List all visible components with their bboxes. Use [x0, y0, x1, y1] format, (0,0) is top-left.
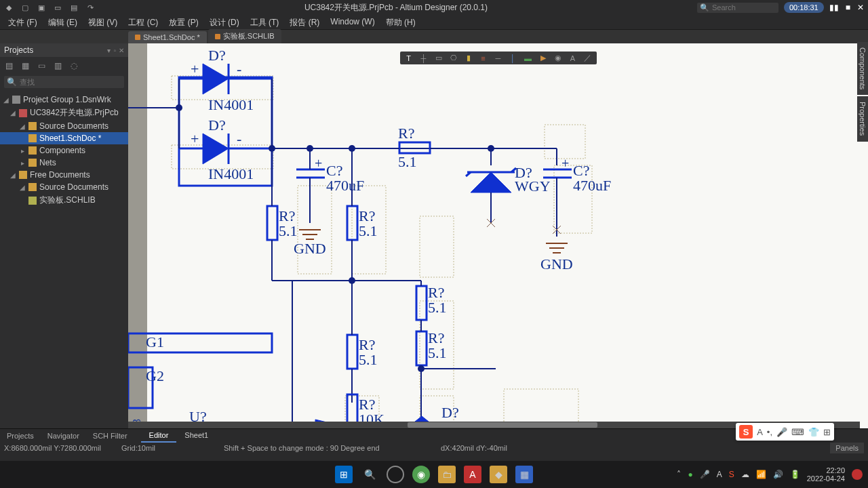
- panels-button[interactable]: Panels: [830, 443, 864, 453]
- menu-edit[interactable]: 编辑 (E): [43, 15, 83, 29]
- svg-text:470uF: 470uF: [326, 177, 364, 194]
- tool-line-icon[interactable]: ─: [492, 53, 505, 63]
- tray-onedrive-icon[interactable]: ☁: [741, 470, 749, 479]
- tray-notify-icon[interactable]: [852, 469, 863, 480]
- tool-icon-4[interactable]: ▥: [53, 61, 62, 70]
- tool-label-icon[interactable]: ▶: [536, 53, 550, 63]
- tb-icon-2[interactable]: ▣: [37, 3, 46, 12]
- menubar: 文件 (F) 编辑 (E) 视图 (V) 工程 (C) 放置 (P) 设计 (D…: [0, 15, 868, 30]
- schematic-canvas[interactable]: +- D? IN4001 +- D? IN4001: [128, 43, 868, 428]
- tray-expand-icon[interactable]: ˄: [677, 470, 681, 479]
- menu-file[interactable]: 文件 (F): [3, 15, 43, 29]
- tab-schlib[interactable]: 实验板.SCHLIB: [208, 29, 281, 43]
- tb-icon-5[interactable]: ↷: [85, 3, 95, 12]
- tab-schfilter[interactable]: SCH Filter: [86, 430, 134, 442]
- tray-mic-icon[interactable]: 🎤: [700, 470, 710, 479]
- tree-lib[interactable]: 实验板.SCHLIB: [0, 193, 128, 207]
- tool-text-icon[interactable]: T: [402, 53, 416, 63]
- tool-icon-3[interactable]: ▭: [37, 61, 46, 70]
- tb-icon-1[interactable]: ▢: [20, 3, 30, 12]
- cortana-icon[interactable]: [387, 466, 404, 483]
- status-mode: Shift + Space to change mode : 90 Degree…: [224, 444, 380, 452]
- ime-menu-icon[interactable]: ⊞: [823, 427, 831, 437]
- tool-power-icon[interactable]: ≡: [477, 53, 490, 63]
- tool-icon-2[interactable]: ▦: [20, 61, 30, 70]
- ime-lang[interactable]: A: [757, 427, 763, 437]
- tab-editor[interactable]: Editor: [141, 429, 177, 443]
- app-icon-2[interactable]: ▦: [515, 466, 533, 483]
- explorer-icon[interactable]: 🗀: [438, 466, 456, 483]
- tree-project[interactable]: ◢UC3842开关电源.PrjPcb: [0, 106, 128, 120]
- wechat-icon[interactable]: ◉: [412, 466, 430, 483]
- search-icon: 🔍: [7, 77, 17, 87]
- panel-close-icon[interactable]: ✕: [119, 47, 124, 54]
- tray-battery-icon[interactable]: 🔋: [790, 470, 800, 479]
- altium-icon[interactable]: ◆: [490, 466, 507, 483]
- tree-freedocs[interactable]: ◢Free Documents: [0, 169, 128, 181]
- svg-text:WGY: WGY: [515, 178, 551, 195]
- menu-report[interactable]: 报告 (R): [284, 15, 325, 29]
- tree-srcdocs2[interactable]: ◢Source Documents: [0, 181, 128, 193]
- tool-net-icon[interactable]: ┼: [417, 53, 431, 63]
- tool-icon-1[interactable]: ▤: [4, 61, 14, 70]
- tool-icon-5[interactable]: ◌: [69, 61, 79, 70]
- pause-button[interactable]: ▮▮: [829, 3, 839, 12]
- search-input[interactable]: [712, 3, 766, 12]
- properties-panel-tab[interactable]: Properties: [857, 96, 868, 141]
- tray-sogou-icon[interactable]: S: [729, 470, 734, 479]
- tree-srcdocs[interactable]: ◢Source Documents: [0, 120, 128, 132]
- tb-icon-4[interactable]: ▤: [69, 3, 79, 12]
- tree-sheet[interactable]: Sheet1.SchDoc *: [0, 132, 128, 144]
- tray-lang[interactable]: A: [717, 470, 722, 479]
- app-icon[interactable]: ◆: [4, 3, 14, 12]
- tool-part-icon[interactable]: ⎔: [447, 53, 460, 63]
- svg-text:-: -: [237, 130, 241, 147]
- ime-voice-icon[interactable]: 🎤: [776, 427, 787, 437]
- menu-tools[interactable]: 工具 (T): [245, 15, 285, 29]
- tool-rect-icon[interactable]: ▭: [432, 53, 446, 63]
- tree-nets[interactable]: ▸Nets: [0, 157, 128, 169]
- tool-draw-icon[interactable]: ／: [581, 53, 595, 63]
- tab-sheet1[interactable]: Sheet1.SchDoc *: [128, 31, 207, 43]
- scrollbar-thumb[interactable]: [408, 422, 597, 428]
- stop-button[interactable]: ■: [846, 3, 850, 12]
- menu-project[interactable]: 工程 (C): [123, 15, 163, 29]
- svg-marker-12: [203, 64, 229, 94]
- tray-clock[interactable]: 22:20 2022-04-24: [807, 466, 845, 483]
- document-tabs: Sheet1.SchDoc * 实验板.SCHLIB: [0, 30, 868, 43]
- tab-projects[interactable]: Projects: [0, 430, 41, 442]
- components-panel-tab[interactable]: Components: [857, 42, 868, 95]
- tray-app-icon[interactable]: ●: [688, 470, 692, 479]
- tray-volume-icon[interactable]: 🔊: [773, 470, 783, 479]
- status-grid: Grid:10mil: [121, 444, 155, 452]
- autocad-icon[interactable]: A: [464, 466, 481, 483]
- tool-wire-icon[interactable]: │: [507, 53, 520, 63]
- menu-view[interactable]: 视图 (V): [83, 15, 123, 29]
- taskbar-search-icon[interactable]: 🔍: [361, 466, 378, 483]
- tool-harness-icon[interactable]: ◉: [551, 53, 565, 63]
- menu-design[interactable]: 设计 (D): [204, 15, 245, 29]
- panel-pin-icon[interactable]: ▫: [113, 47, 116, 54]
- menu-help[interactable]: 帮助 (H): [380, 15, 421, 29]
- tree-components[interactable]: ▸Components: [0, 144, 128, 157]
- projects-search[interactable]: 🔍: [4, 76, 124, 88]
- panel-menu-icon[interactable]: ▾: [107, 47, 111, 54]
- menu-window[interactable]: Window (W): [325, 15, 380, 29]
- ime-keyboard-icon[interactable]: ⌨: [791, 427, 804, 437]
- tab-navigator[interactable]: Navigator: [41, 430, 86, 442]
- tree-group[interactable]: ◢Project Group 1.DsnWrk: [0, 94, 128, 106]
- ime-toolbar[interactable]: S A •, 🎤 ⌨ 👕 ⊞: [736, 423, 834, 441]
- menu-place[interactable]: 放置 (P): [163, 15, 203, 29]
- ime-punct-icon[interactable]: •,: [767, 427, 772, 437]
- projects-search-input[interactable]: [20, 78, 108, 86]
- close-button[interactable]: ✕: [857, 3, 864, 12]
- tray-wifi-icon[interactable]: 📶: [756, 470, 766, 479]
- tb-icon-3[interactable]: ▭: [53, 3, 62, 12]
- tab-sheet1-bottom[interactable]: Sheet1: [176, 429, 216, 443]
- tool-bus-icon[interactable]: ▮: [462, 53, 475, 63]
- ime-skin-icon[interactable]: 👕: [808, 427, 819, 437]
- global-search[interactable]: 🔍: [697, 3, 778, 13]
- tool-string-icon[interactable]: A: [566, 53, 580, 63]
- start-button[interactable]: ⊞: [335, 466, 353, 483]
- tool-poly-icon[interactable]: ▬: [521, 53, 535, 63]
